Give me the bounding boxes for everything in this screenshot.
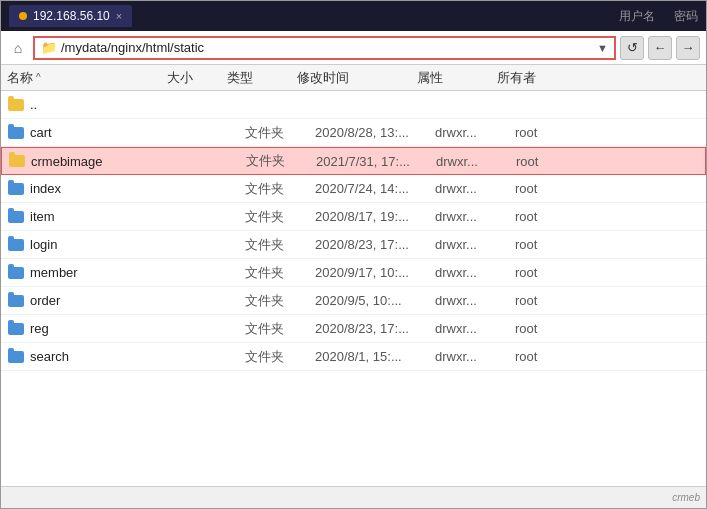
- table-row[interactable]: crmebimage文件夹2021/7/31, 17:...drwxr...ro…: [1, 147, 706, 175]
- path-bar[interactable]: 📁 /mydata/nginx/html/static ▼: [33, 36, 616, 60]
- table-row[interactable]: reg文件夹2020/8/23, 17:...drwxr...root: [1, 315, 706, 343]
- folder-icon: [7, 126, 25, 140]
- folder-icon: [7, 266, 25, 280]
- file-modified: 2020/9/17, 10:...: [315, 265, 435, 280]
- connection-tab[interactable]: 192.168.56.10 ×: [9, 5, 132, 27]
- file-name: item: [30, 209, 185, 224]
- file-name: order: [30, 293, 185, 308]
- file-name: member: [30, 265, 185, 280]
- file-owner: root: [516, 154, 596, 169]
- file-name: index: [30, 181, 185, 196]
- folder-icon: [8, 154, 26, 168]
- file-owner: root: [515, 293, 595, 308]
- file-modified: 2020/8/28, 13:...: [315, 125, 435, 140]
- sort-arrow: ^: [36, 72, 41, 83]
- table-row[interactable]: ..: [1, 91, 706, 119]
- folder-icon: [7, 238, 25, 252]
- file-owner: root: [515, 349, 595, 364]
- folder-icon: [7, 182, 25, 196]
- col-type-header[interactable]: 类型: [227, 69, 297, 87]
- file-owner: root: [515, 321, 595, 336]
- title-bar: 192.168.56.10 × 用户名 密码: [1, 1, 706, 31]
- column-headers: 名称 ^ 大小 类型 修改时间 属性 所有者: [1, 65, 706, 91]
- tab-close-button[interactable]: ×: [116, 10, 122, 22]
- file-attr: drwxr...: [435, 181, 515, 196]
- file-attr: drwxr...: [435, 265, 515, 280]
- folder-icon: [7, 210, 25, 224]
- file-attr: drwxr...: [435, 349, 515, 364]
- file-owner: root: [515, 237, 595, 252]
- file-type: 文件夹: [245, 208, 315, 226]
- brand-label: crmeb: [672, 492, 700, 503]
- table-row[interactable]: search文件夹2020/8/1, 15:...drwxr...root: [1, 343, 706, 371]
- file-name: ..: [30, 97, 185, 112]
- path-dropdown-arrow[interactable]: ▼: [597, 42, 608, 54]
- password-label: 密码: [674, 9, 698, 23]
- table-row[interactable]: index文件夹2020/7/24, 14:...drwxr...root: [1, 175, 706, 203]
- file-attr: drwxr...: [435, 237, 515, 252]
- file-attr: drwxr...: [435, 293, 515, 308]
- title-bar-right: 用户名 密码: [619, 8, 698, 25]
- col-name-label: 名称: [7, 69, 33, 87]
- bottom-bar: crmeb: [1, 486, 706, 508]
- file-modified: 2020/8/1, 15:...: [315, 349, 435, 364]
- file-type: 文件夹: [245, 236, 315, 254]
- file-list: ..cart文件夹2020/8/28, 13:...drwxr...rootcr…: [1, 91, 706, 486]
- file-type: 文件夹: [245, 292, 315, 310]
- file-owner: root: [515, 265, 595, 280]
- file-type: 文件夹: [245, 348, 315, 366]
- toolbar: ⌂ 📁 /mydata/nginx/html/static ▼ ↺ ← →: [1, 31, 706, 65]
- file-attr: drwxr...: [435, 209, 515, 224]
- refresh-button[interactable]: ↺: [620, 36, 644, 60]
- file-modified: 2020/8/17, 19:...: [315, 209, 435, 224]
- col-name-header[interactable]: 名称 ^: [7, 69, 167, 87]
- file-modified: 2021/7/31, 17:...: [316, 154, 436, 169]
- file-owner: root: [515, 209, 595, 224]
- table-row[interactable]: item文件夹2020/8/17, 19:...drwxr...root: [1, 203, 706, 231]
- tab-dot: [19, 12, 27, 20]
- file-modified: 2020/9/5, 10:...: [315, 293, 435, 308]
- file-name: reg: [30, 321, 185, 336]
- tab-label: 192.168.56.10: [33, 9, 110, 23]
- forward-button[interactable]: →: [676, 36, 700, 60]
- table-row[interactable]: member文件夹2020/9/17, 10:...drwxr...root: [1, 259, 706, 287]
- back-button[interactable]: ←: [648, 36, 672, 60]
- file-modified: 2020/8/23, 17:...: [315, 237, 435, 252]
- file-owner: root: [515, 181, 595, 196]
- file-modified: 2020/7/24, 14:...: [315, 181, 435, 196]
- file-name: cart: [30, 125, 185, 140]
- file-type: 文件夹: [245, 124, 315, 142]
- file-attr: drwxr...: [436, 154, 516, 169]
- file-type: 文件夹: [246, 152, 316, 170]
- folder-icon: [7, 98, 25, 112]
- col-attr-header[interactable]: 属性: [417, 69, 497, 87]
- col-size-header[interactable]: 大小: [167, 69, 227, 87]
- table-row[interactable]: order文件夹2020/9/5, 10:...drwxr...root: [1, 287, 706, 315]
- folder-icon: [7, 322, 25, 336]
- col-owner-header[interactable]: 所有者: [497, 69, 577, 87]
- col-modified-header[interactable]: 修改时间: [297, 69, 417, 87]
- file-type: 文件夹: [245, 264, 315, 282]
- table-row[interactable]: cart文件夹2020/8/28, 13:...drwxr...root: [1, 119, 706, 147]
- username-label: 用户名: [619, 9, 655, 23]
- table-row[interactable]: login文件夹2020/8/23, 17:...drwxr...root: [1, 231, 706, 259]
- sftp-window: 192.168.56.10 × 用户名 密码 ⌂ 📁 /mydata/nginx…: [0, 0, 707, 509]
- path-text: /mydata/nginx/html/static: [61, 40, 204, 55]
- file-type: 文件夹: [245, 180, 315, 198]
- file-owner: root: [515, 125, 595, 140]
- file-name: crmebimage: [31, 154, 186, 169]
- folder-icon: [7, 350, 25, 364]
- file-attr: drwxr...: [435, 125, 515, 140]
- file-modified: 2020/8/23, 17:...: [315, 321, 435, 336]
- file-name: login: [30, 237, 185, 252]
- folder-icon: [7, 294, 25, 308]
- home-button[interactable]: ⌂: [7, 37, 29, 59]
- file-type: 文件夹: [245, 320, 315, 338]
- path-folder-icon: 📁: [41, 40, 57, 55]
- file-attr: drwxr...: [435, 321, 515, 336]
- file-name: search: [30, 349, 185, 364]
